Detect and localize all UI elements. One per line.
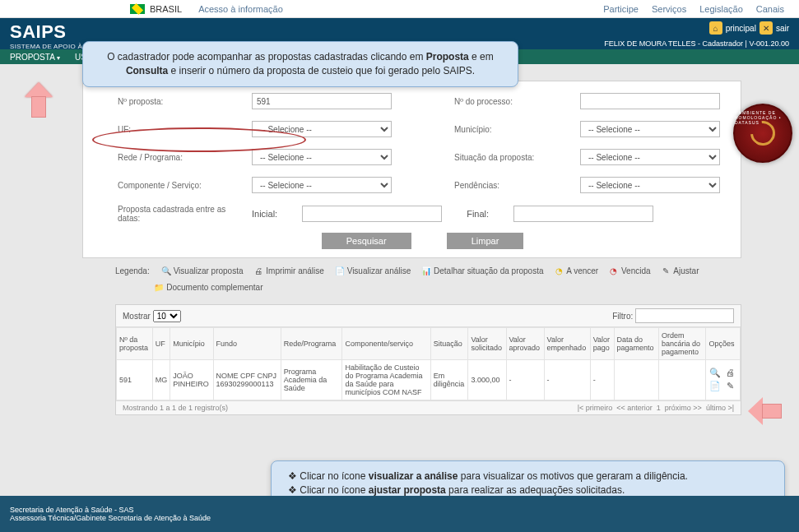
legend-ajustar: Ajustar	[673, 263, 699, 280]
clock-yellow-icon: ◔	[554, 266, 564, 276]
arrow-left-annotation	[748, 394, 776, 428]
pager-prev[interactable]: << anterior	[616, 404, 653, 412]
th-situacao[interactable]: Situação	[430, 328, 468, 360]
mostrar-select[interactable]: 10	[153, 310, 181, 322]
legend: Legenda: 🔍Visualizar proposta 🖨Imprimir …	[25, 258, 774, 301]
th-empenhado[interactable]: Valor empenhado	[544, 328, 590, 360]
cell-datapag	[614, 360, 658, 400]
callout-bot-2c: para realizar as adequações solicitadas.	[448, 484, 625, 496]
pager-last[interactable]: último >|	[706, 404, 734, 412]
callout-top-text-3: e inserir o número da proposta de custei…	[171, 65, 476, 76]
print-icon: 🖨	[253, 266, 263, 276]
results-table: Nº da proposta UF Município Fundo Rede/P…	[116, 327, 741, 400]
th-uf[interactable]: UF	[152, 328, 170, 360]
legend-vencida: Vencida	[621, 263, 651, 280]
cell-uf: MG	[152, 360, 170, 400]
rede-select[interactable]: -- Selecione --	[252, 149, 392, 165]
callout-top-text-2: e em	[472, 51, 494, 62]
th-opcoes: Opções	[706, 328, 741, 360]
gov-link-participe[interactable]: Participe	[603, 4, 639, 14]
acesso-link[interactable]: Acesso à informação	[198, 4, 283, 14]
cell-empenhado: -	[544, 360, 590, 400]
municipio-select[interactable]: -- Selecione --	[580, 121, 720, 137]
row-view-analysis-icon[interactable]: 📄	[709, 381, 721, 392]
componente-label: Componente / Serviço:	[118, 181, 249, 190]
data-final-input[interactable]	[513, 206, 653, 222]
row-adjust-icon[interactable]: ✎	[725, 381, 736, 392]
nproposta-input[interactable]	[252, 93, 392, 109]
seal-text: • AMBIENTE DE HOMOLOGAÇÃO • DATASUS	[735, 110, 791, 125]
legend-view-analysis: Visualizar análise	[347, 263, 411, 280]
componente-select[interactable]: -- Selecione --	[252, 177, 392, 193]
clock-red-icon: ◔	[609, 266, 619, 276]
final-label: Final:	[467, 209, 489, 219]
legend-label: Legenda:	[115, 266, 150, 275]
pendencias-label: Pendências:	[454, 181, 578, 190]
nav-proposta[interactable]: PROPOSTA	[10, 53, 60, 62]
exit-icon[interactable]: ✕	[760, 21, 773, 35]
legend-a-vencer: A vencer	[566, 263, 598, 280]
footer-bar: Secretaria de Atenção à Saúde - SAS Asse…	[0, 496, 799, 532]
row-view-proposal-icon[interactable]: 🔍	[709, 368, 721, 379]
footer-line1: Secretaria de Atenção à Saúde - SAS	[10, 506, 211, 514]
cell-num: 591	[117, 360, 153, 400]
home-icon[interactable]: ⌂	[709, 21, 722, 35]
pager-1[interactable]: 1	[657, 404, 661, 412]
nprocesso-input[interactable]	[580, 93, 720, 109]
gov-link-canais[interactable]: Canais	[756, 4, 784, 14]
cell-situacao: Em diligência	[430, 360, 468, 400]
situacao-select[interactable]: -- Selecione --	[580, 149, 720, 165]
filtro-label: Filtro:	[612, 312, 633, 321]
cell-solicitado: 3.000,00	[468, 360, 506, 400]
th-pago[interactable]: Valor pago	[590, 328, 614, 360]
homolog-seal: • AMBIENTE DE HOMOLOGAÇÃO • DATASUS	[733, 104, 792, 163]
th-componente[interactable]: Componente/serviço	[342, 328, 430, 360]
filtro-input[interactable]	[635, 308, 734, 323]
callout-bot-2a: Clicar no ícone	[300, 484, 368, 496]
inicial-label: Inicial:	[252, 209, 277, 219]
th-ordem[interactable]: Ordem bancária do pagamento	[658, 328, 705, 360]
legend-print: Imprimir análise	[266, 263, 324, 280]
gov-bar: BRASIL Acesso à informação Participe Ser…	[0, 0, 799, 18]
search-panel: Nº proposta: Nº do processo: UF: -- Sele…	[82, 81, 741, 258]
data-inicial-input[interactable]	[302, 206, 442, 222]
th-fundo[interactable]: Fundo	[213, 328, 281, 360]
cell-pago: -	[590, 360, 614, 400]
callout-top-bold-2: Consulta	[126, 65, 168, 76]
th-municipio[interactable]: Município	[170, 328, 213, 360]
user-info: FELIX DE MOURA TELLES - Cadastrador | V-…	[604, 39, 789, 48]
legend-view-proposal: Visualizar proposta	[174, 263, 244, 280]
legend-detail: Detalhar situação da proposta	[434, 263, 543, 280]
uf-label: UF:	[118, 125, 249, 134]
results-panel: Mostrar 10 Filtro: Nº da proposta UF Mun…	[115, 304, 741, 415]
results-count: Mostrando 1 a 1 de 1 registro(s)	[123, 404, 228, 412]
callout-top-text-1: O cadastrador pode acompanhar as propost…	[107, 51, 426, 62]
th-aprovado[interactable]: Valor aprovado	[506, 328, 544, 360]
arrow-up-annotation	[25, 82, 53, 117]
th-solicitado[interactable]: Valor solicitado	[468, 328, 506, 360]
pager-next[interactable]: próximo >>	[665, 404, 702, 412]
table-row: 591 MG JOÃO PINHEIRO NOME CPF CNPJ 16930…	[117, 360, 741, 400]
adjust-icon: ✎	[661, 266, 671, 276]
pesquisar-button[interactable]: Pesquisar	[322, 233, 411, 249]
cell-ordem	[658, 360, 705, 400]
detail-icon: 📊	[421, 266, 431, 276]
limpar-button[interactable]: Limpar	[447, 233, 524, 249]
row-print-icon[interactable]: 🖨	[725, 368, 736, 379]
legend-doc: Documento complementar	[166, 280, 262, 296]
callout-bot-2b: ajustar proposta	[369, 484, 446, 496]
country-label: BRASIL	[150, 4, 182, 14]
pendencias-select[interactable]: -- Selecione --	[580, 177, 720, 193]
th-rede[interactable]: Rede/Programa	[281, 328, 342, 360]
callout-bot-1c: para visualizar os motivos que geraram a…	[461, 470, 688, 482]
gov-link-servicos[interactable]: Serviços	[652, 4, 686, 14]
view-proposal-icon: 🔍	[161, 266, 171, 276]
uf-select[interactable]: -- Selecione --	[252, 121, 392, 137]
principal-link[interactable]: principal	[726, 24, 756, 33]
th-datapag[interactable]: Data do pagamento	[614, 328, 658, 360]
sair-link[interactable]: sair	[776, 24, 789, 33]
brazil-flag-icon	[130, 4, 145, 14]
gov-link-legislacao[interactable]: Legislação	[699, 4, 743, 14]
th-num[interactable]: Nº da proposta	[117, 328, 153, 360]
pager-first[interactable]: |< primeiro	[578, 404, 613, 412]
